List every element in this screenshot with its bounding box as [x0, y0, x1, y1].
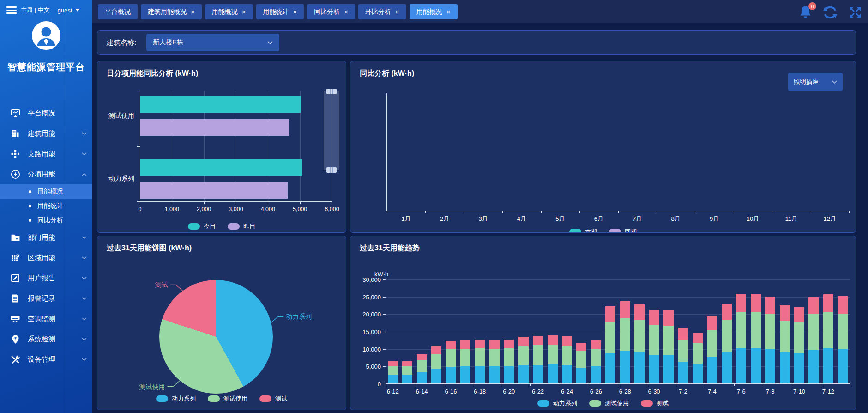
- legend-swatch: [188, 223, 200, 230]
- tab-close-icon[interactable]: ×: [242, 8, 246, 15]
- bar-7-1[interactable]: [663, 310, 674, 384]
- legend-item-测试[interactable]: 测试: [641, 399, 669, 407]
- bar-segment-测试: [504, 340, 514, 348]
- sidebar-item-区域用能[interactable]: 区域用能: [0, 248, 92, 268]
- sidebar-item-建筑用能[interactable]: 建筑用能: [0, 123, 92, 144]
- bar-7-7[interactable]: [751, 294, 761, 384]
- bar-6-18[interactable]: [475, 340, 485, 384]
- bar-6-12[interactable]: [388, 361, 398, 384]
- x-axis-label: 6-16: [445, 388, 457, 395]
- legend-item-本期[interactable]: 本期: [569, 228, 597, 233]
- fullscreen-icon[interactable]: [849, 6, 862, 19]
- bar-6-20[interactable]: [504, 340, 514, 384]
- data-zoom-handle-bottom[interactable]: [326, 167, 337, 173]
- bar-6-27[interactable]: [605, 306, 615, 384]
- building-select[interactable]: 新大楼E栋: [146, 34, 279, 51]
- legend-label: 本期: [585, 228, 597, 233]
- sidebar-item-用户报告[interactable]: 用户报告: [0, 268, 92, 288]
- bar-6-16[interactable]: [446, 341, 456, 384]
- data-zoom-handle-top[interactable]: [326, 89, 337, 94]
- bar-7-12[interactable]: [823, 294, 833, 384]
- bar-6-29[interactable]: [634, 304, 645, 384]
- bar-7-2[interactable]: [678, 328, 688, 384]
- legend-item-动力系列[interactable]: 动力系列: [156, 395, 196, 403]
- bar-segment-测试: [678, 328, 688, 340]
- bar-6-14[interactable]: [417, 354, 427, 384]
- bar-7-10[interactable]: [794, 307, 804, 384]
- bar-6-19[interactable]: [489, 340, 500, 384]
- sidebar-item-报警记录[interactable]: 报警记录: [0, 288, 92, 309]
- sidebar-subitem-同比分析[interactable]: 同比分析: [0, 213, 92, 227]
- bar-6-23[interactable]: [548, 335, 558, 384]
- bar-6-17[interactable]: [460, 340, 470, 384]
- x-axis-tick: [541, 211, 542, 213]
- sidebar-item-支路用能[interactable]: 支路用能: [0, 144, 92, 164]
- bar-测试使用-昨日[interactable]: [140, 119, 289, 136]
- tab-close-icon[interactable]: ×: [395, 8, 399, 15]
- tab-用能概况[interactable]: 用能概况×: [205, 4, 253, 19]
- bar-segment-测试使用: [446, 349, 456, 367]
- sidebar-item-设备管理[interactable]: 设备管理: [0, 349, 92, 370]
- tab-同比分析[interactable]: 同比分析×: [307, 4, 355, 19]
- tab-close-icon[interactable]: ×: [344, 8, 348, 15]
- bar-6-25[interactable]: [576, 343, 586, 384]
- category-select[interactable]: 照明插座: [788, 73, 843, 91]
- tab-平台概况[interactable]: 平台概况: [98, 4, 138, 19]
- bar-6-13[interactable]: [402, 361, 412, 384]
- bar-segment-测试使用: [402, 366, 412, 375]
- tab-close-icon[interactable]: ×: [446, 8, 451, 15]
- bar-6-28[interactable]: [620, 301, 630, 384]
- bar-7-5[interactable]: [722, 304, 732, 384]
- legend-item-今日[interactable]: 今日: [188, 222, 216, 231]
- x-axis-tick: [236, 202, 236, 204]
- legend-item-同期[interactable]: 同期: [609, 228, 637, 233]
- bar-segment-测试使用: [649, 325, 659, 354]
- legend-item-动力系列[interactable]: 动力系列: [537, 399, 577, 407]
- bar-测试使用-今日[interactable]: [140, 96, 301, 113]
- chart-title: 过去31天用能饼图 (kW·h): [97, 236, 346, 253]
- bar-7-4[interactable]: [707, 316, 717, 384]
- bar-6-22[interactable]: [533, 336, 543, 384]
- tab-用能概况[interactable]: 用能概况×: [410, 4, 458, 19]
- sidebar-item-平台概况[interactable]: 平台概况: [0, 103, 92, 123]
- tab-用能统计[interactable]: 用能统计×: [256, 4, 304, 19]
- tab-close-icon[interactable]: ×: [293, 8, 297, 15]
- x-axis-tick: [579, 211, 580, 213]
- sidebar-item-分项用能[interactable]: 分项用能: [0, 164, 92, 184]
- bar-7-11[interactable]: [808, 297, 819, 384]
- bar-6-21[interactable]: [518, 337, 529, 384]
- tab-close-icon[interactable]: ×: [191, 8, 195, 15]
- sidebar-item-空调监测[interactable]: 空调监测: [0, 309, 92, 329]
- theme-lang-switch[interactable]: 主题 | 中文: [21, 6, 50, 14]
- bar-7-8[interactable]: [765, 297, 775, 384]
- bar-7-13[interactable]: [838, 296, 848, 384]
- bar-7-9[interactable]: [780, 305, 790, 384]
- legend-item-测试[interactable]: 测试: [259, 395, 287, 403]
- bar-segment-测试使用: [591, 349, 601, 367]
- bar-7-3[interactable]: [693, 333, 703, 384]
- y-axis-label: 25,000: [362, 293, 381, 300]
- sidebar-item-部门用能[interactable]: 部门用能: [0, 227, 92, 248]
- legend-item-昨日[interactable]: 昨日: [228, 222, 255, 231]
- pie-callout-line: [170, 285, 183, 291]
- bar-6-26[interactable]: [591, 340, 601, 384]
- bar-6-15[interactable]: [431, 346, 441, 384]
- bar-7-6[interactable]: [736, 294, 746, 384]
- legend-item-测试使用[interactable]: 测试使用: [589, 399, 629, 407]
- bar-动力系列-昨日[interactable]: [140, 182, 288, 199]
- notification-bell-icon[interactable]: 0: [799, 5, 812, 19]
- sidebar-subitem-用能统计[interactable]: 用能统计: [0, 199, 92, 213]
- refresh-icon[interactable]: [823, 6, 838, 19]
- bar-6-30[interactable]: [649, 310, 659, 384]
- hamburger-menu-icon[interactable]: [6, 6, 17, 14]
- bar-动力系列-今日[interactable]: [140, 159, 302, 176]
- sidebar-item-系统检测[interactable]: 系统检测: [0, 329, 92, 349]
- sidebar-subitem-用能概况[interactable]: 用能概况: [0, 184, 92, 199]
- legend-item-测试使用[interactable]: 测试使用: [208, 395, 247, 403]
- data-zoom-slider[interactable]: [324, 91, 339, 170]
- tab-建筑用能概况[interactable]: 建筑用能概况×: [141, 4, 202, 19]
- tab-环比分析[interactable]: 环比分析×: [358, 4, 406, 19]
- bar-6-24[interactable]: [562, 336, 572, 384]
- user-menu[interactable]: guest: [58, 7, 80, 14]
- x-axis-label: 7-10: [793, 388, 805, 395]
